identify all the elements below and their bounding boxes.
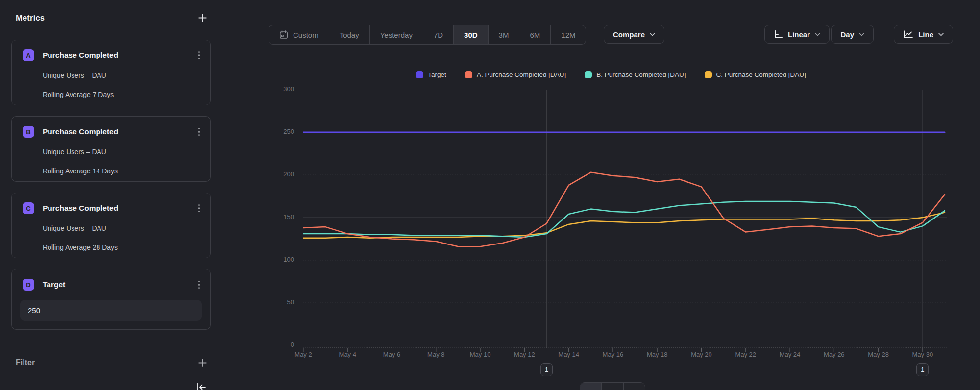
- x-axis-label: May 4: [327, 351, 368, 358]
- metrics-sidebar: Metrics APurchase CompletedUnique Users …: [0, 0, 225, 390]
- range-option-3m[interactable]: 3M: [488, 25, 519, 44]
- sidebar-footer-divider: [0, 374, 225, 374]
- target-value-input[interactable]: [20, 300, 202, 321]
- metric-options-button[interactable]: [197, 279, 201, 290]
- metric-card-header: APurchase Completed: [23, 49, 201, 61]
- metric-badge-a: A: [23, 49, 34, 61]
- legend-item-target[interactable]: Target: [416, 71, 446, 78]
- axis-scale-button[interactable]: Linear: [764, 25, 830, 44]
- split-view-button[interactable]: [601, 383, 623, 390]
- legend-swatch: [416, 71, 423, 78]
- legend-swatch: [465, 71, 472, 78]
- x-axis-label: May 22: [725, 351, 766, 358]
- metric-measure-label: Unique Users – DAU: [43, 72, 200, 79]
- add-metric-button[interactable]: [198, 13, 207, 23]
- analytics-dashboard: Metrics APurchase CompletedUnique Users …: [0, 0, 980, 390]
- table-view-button[interactable]: [623, 383, 645, 390]
- metric-card-header: CPurchase Completed: [23, 202, 201, 214]
- range-option-yesterday[interactable]: Yesterday: [369, 25, 423, 44]
- chevron-down-icon: [938, 33, 944, 36]
- range-option-custom[interactable]: Custom: [269, 25, 329, 44]
- plus-icon: [198, 13, 207, 23]
- range-option-label: 7D: [434, 31, 443, 39]
- x-axis-label: May 2: [283, 351, 324, 358]
- metric-badge-d: D: [23, 279, 34, 291]
- collapse-sidebar-button[interactable]: [196, 383, 207, 390]
- x-axis-label: May 6: [371, 351, 413, 358]
- range-option-label: 30D: [464, 31, 478, 39]
- metric-card-c: CPurchase CompletedUnique Users – DAURol…: [11, 193, 211, 258]
- y-axis-label-50: 50: [255, 298, 294, 306]
- metric-options-button[interactable]: [197, 203, 201, 214]
- filter-section-title: Filter: [16, 358, 35, 367]
- add-filter-button[interactable]: [198, 358, 207, 367]
- metric-options-button[interactable]: [197, 50, 201, 61]
- range-option-label: 12M: [561, 31, 575, 39]
- range-option-12m[interactable]: 12M: [550, 25, 586, 44]
- x-axis-label: May 28: [858, 351, 899, 358]
- range-option-label: 3M: [499, 31, 509, 39]
- y-axis-label-150: 150: [255, 213, 294, 220]
- annotation-badge[interactable]: 1: [540, 363, 553, 376]
- legend-label: C. Purchase Completed [DAU]: [716, 71, 806, 78]
- metric-measure-label: Unique Users – DAU: [43, 224, 200, 232]
- x-axis-label: May 14: [548, 351, 589, 358]
- axis-scale-label: Linear: [788, 30, 810, 39]
- range-option-today[interactable]: Today: [329, 25, 369, 44]
- line-chart[interactable]: [303, 90, 947, 357]
- view-toggle: [580, 382, 645, 390]
- legend-item-c[interactable]: C. Purchase Completed [DAU]: [705, 71, 806, 78]
- target-card: DTarget: [11, 269, 211, 330]
- range-option-label: 6M: [530, 31, 540, 39]
- date-range-selector: CustomTodayYesterday7D30D3M6M12M: [269, 25, 586, 45]
- legend-item-b[interactable]: B. Purchase Completed [DAU]: [585, 71, 686, 78]
- x-axis-label: May 20: [681, 351, 722, 358]
- compare-label: Compare: [613, 30, 645, 39]
- legend-swatch: [585, 71, 592, 78]
- chart-view-button[interactable]: [580, 383, 601, 390]
- chart-canvas: [303, 90, 947, 357]
- compare-button[interactable]: Compare: [604, 25, 664, 44]
- metric-transform-label: Rolling Average 28 Days: [43, 244, 200, 251]
- sidebar-header: Metrics: [16, 11, 207, 24]
- range-option-label: Custom: [293, 31, 318, 39]
- series-line-c: [303, 213, 945, 238]
- legend-label: Target: [428, 71, 446, 78]
- legend-swatch: [705, 71, 712, 78]
- chevron-down-icon: [815, 33, 820, 36]
- range-option-30d[interactable]: 30D: [453, 25, 488, 44]
- range-option-6m[interactable]: 6M: [519, 25, 550, 44]
- metric-badge-b: B: [23, 126, 34, 138]
- chart-panel: CustomTodayYesterday7D30D3M6M12M Compare…: [225, 0, 980, 390]
- metric-measure-label: Unique Users – DAU: [43, 148, 200, 156]
- y-axis-label-100: 100: [255, 256, 294, 263]
- y-axis-label-300: 300: [255, 85, 294, 93]
- x-axis-label: May 12: [504, 351, 545, 358]
- x-axis-label: May 8: [416, 351, 457, 358]
- metric-options-button[interactable]: [197, 126, 201, 137]
- metric-transform-label: Rolling Average 7 Days: [43, 91, 200, 98]
- range-option-label: Yesterday: [380, 31, 413, 39]
- x-axis-label: May 24: [769, 351, 810, 358]
- metric-title: Purchase Completed: [43, 127, 197, 136]
- interval-button[interactable]: Day: [831, 25, 874, 44]
- legend-item-a[interactable]: A. Purchase Completed [DAU]: [465, 71, 566, 78]
- x-axis-label: May 16: [592, 351, 634, 358]
- metric-card-header: BPurchase Completed: [23, 126, 201, 138]
- series-line-b: [303, 201, 945, 237]
- calendar-icon: [279, 30, 288, 39]
- chart-type-button[interactable]: Line: [894, 25, 953, 44]
- interval-label: Day: [840, 30, 854, 39]
- filter-section-header: Filter: [16, 356, 207, 369]
- x-axis-label: May 10: [460, 351, 501, 358]
- x-axis-label: May 26: [813, 351, 855, 358]
- metric-card-list: APurchase CompletedUnique Users – DAURol…: [11, 40, 211, 341]
- range-option-label: Today: [340, 31, 359, 39]
- metric-badge-c: C: [23, 202, 34, 214]
- range-option-7d[interactable]: 7D: [423, 25, 453, 44]
- linear-scale-icon: [774, 30, 783, 39]
- metric-transform-label: Rolling Average 14 Days: [43, 167, 200, 175]
- annotation-badge[interactable]: 1: [916, 363, 929, 376]
- plus-icon: [198, 358, 207, 367]
- collapse-left-icon: [196, 383, 207, 390]
